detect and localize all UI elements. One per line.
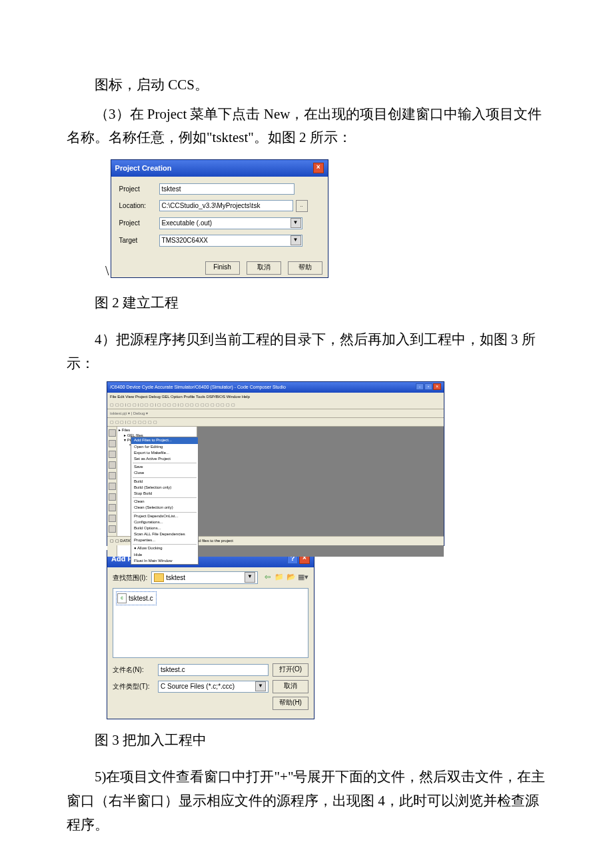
figure-2-caption: 图 2 建立工程 xyxy=(67,291,546,315)
new-folder-icon[interactable]: 📂 xyxy=(286,572,297,583)
location-input[interactable]: C:\CCStudio_v3.3\MyProjects\tsk xyxy=(159,200,293,211)
chevron-down-icon[interactable]: ▼ xyxy=(245,572,255,583)
menu-item[interactable]: Clean (Selection only) xyxy=(131,505,198,511)
cancel-button[interactable]: 取消 xyxy=(273,680,308,693)
context-menu[interactable]: Add Files to Project... Open for Editing… xyxy=(131,437,199,565)
chevron-down-icon[interactable]: ▼ xyxy=(255,681,266,691)
filename-label: 文件名(N): xyxy=(113,664,154,675)
menu-item[interactable]: Configurations... xyxy=(131,519,198,525)
project-input[interactable]: tsktest xyxy=(159,183,295,195)
paragraph-2: （3）在 Project 菜单下点击 New，在出现的项目创建窗口中输入项目文件… xyxy=(67,103,546,150)
ide-toolbar-3[interactable]: ▢ ▢ ▢ | ▢ ▢ ▢ ▢ ▢ ▢ xyxy=(107,418,444,427)
menu-item[interactable]: Open for Editing xyxy=(131,444,198,450)
project-type-label: Project xyxy=(119,217,159,229)
dialog-title: Project Creation xyxy=(115,162,172,175)
menu-item[interactable]: Properties... xyxy=(131,537,198,543)
filetype-select[interactable]: C Source Files (*.c;*.ccc) ▼ xyxy=(158,681,269,693)
ide-title: /C6400 Device Cycle Accurate Simulator/C… xyxy=(110,383,286,391)
project-type-select[interactable]: Executable (.out) ▼ xyxy=(159,217,303,229)
menu-item[interactable]: Save xyxy=(131,464,198,470)
close-icon[interactable]: × xyxy=(433,383,441,390)
stray-backslash: \ xyxy=(105,259,109,282)
project-creation-dialog: Project Creation × Project tsktest Locat… xyxy=(111,159,328,278)
file-item[interactable]: c tsktest.c xyxy=(116,591,157,605)
ccs-ide-screenshot: /C6400 Device Cycle Accurate Simulator/C… xyxy=(107,381,444,546)
ide-menubar[interactable]: File Edit View Project Debug GEL Option … xyxy=(107,393,444,401)
menu-add-files[interactable]: Add Files to Project... xyxy=(131,437,198,443)
menu-item[interactable]: Stop Build xyxy=(131,491,198,497)
menu-item[interactable]: Build Options... xyxy=(131,525,198,531)
figure-3-caption: 图 3 把加入工程中 xyxy=(67,729,546,753)
folder-select[interactable]: tsktest ▼ xyxy=(151,571,258,584)
back-icon[interactable]: ⇦ xyxy=(262,572,273,583)
close-icon[interactable]: × xyxy=(313,163,324,173)
add-files-dialog: Add Files to Project ? × 查找范围(I): tsktes… xyxy=(107,550,314,719)
chevron-down-icon[interactable]: ▼ xyxy=(291,235,301,245)
filename-input[interactable]: tsktest.c xyxy=(158,664,269,676)
file-list[interactable]: c tsktest.c xyxy=(113,588,308,658)
minimize-icon[interactable]: - xyxy=(416,383,424,390)
project-label: Project xyxy=(119,183,159,195)
menu-item[interactable]: ● Allow Docking xyxy=(131,545,198,551)
menu-item[interactable]: Hide xyxy=(131,552,198,558)
finish-button[interactable]: Finish xyxy=(205,261,240,275)
lookin-label: 查找范围(I): xyxy=(113,572,147,583)
c-file-icon: c xyxy=(117,593,127,603)
menu-item[interactable]: Build (Selection only) xyxy=(131,485,198,491)
location-label: Location: xyxy=(119,200,159,211)
ide-toolbar-1[interactable]: ▢ ▢ ▢ | ▢ ▢ | ▢ ▢ ▢ | ▢ ▢ ▢ ▢ | ▢ ▢ ▢ ▢ … xyxy=(107,401,444,409)
open-button[interactable]: 打开(O) xyxy=(273,663,308,677)
menu-item[interactable]: Clean xyxy=(131,499,198,505)
paragraph-3: 4）把源程序拷贝到当前工程的目录下，然后再加入到工程中，如图 3 所示： xyxy=(67,328,546,375)
target-select[interactable]: TMS320C64XX ▼ xyxy=(159,235,303,247)
menu-item[interactable]: Project DependsOnList... xyxy=(131,513,198,519)
target-label: Target xyxy=(119,235,159,246)
maximize-icon[interactable]: ▫ xyxy=(424,383,432,390)
view-icon[interactable]: ▦▾ xyxy=(298,572,308,583)
chevron-down-icon[interactable]: ▼ xyxy=(291,218,301,228)
paragraph-1: 图标，启动 CCS。 xyxy=(67,73,546,97)
filetype-label: 文件类型(T): xyxy=(113,681,154,692)
ide-toolbar-2[interactable]: tsktest.pjt ▾ | Debug ▾ xyxy=(107,409,444,418)
up-icon[interactable]: 📁 xyxy=(274,572,285,583)
menu-item[interactable]: Export to Makefile... xyxy=(131,450,198,456)
menu-item[interactable]: Close xyxy=(131,470,198,476)
browse-button[interactable]: .. xyxy=(296,200,308,212)
cancel-button[interactable]: 取消 xyxy=(247,261,281,275)
folder-icon xyxy=(154,573,164,582)
menu-item[interactable]: Scan ALL File Dependencies xyxy=(131,531,198,537)
menu-item[interactable]: Set as Active Project xyxy=(131,456,198,462)
paragraph-4: 5)在项目文件查看窗口中打开"+"号展开下面的文件，然后双击文件，在主窗口（右半… xyxy=(67,765,546,837)
menu-item[interactable]: Build xyxy=(131,479,198,485)
menu-item[interactable]: Float In Main Window xyxy=(131,558,198,564)
help-button[interactable]: 帮助 xyxy=(288,261,322,275)
help-button[interactable]: 帮助(H) xyxy=(273,697,308,710)
